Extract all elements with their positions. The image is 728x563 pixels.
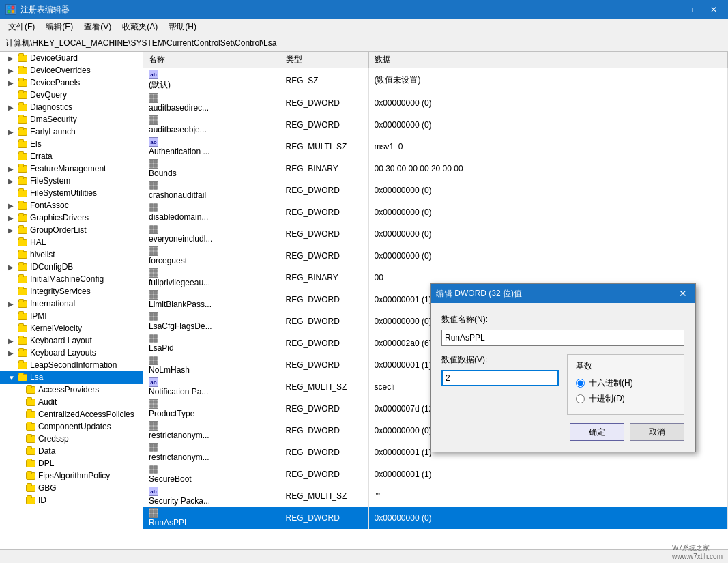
dialog-title-bar: 编辑 DWORD (32 位)值 ✕ xyxy=(431,284,695,303)
watermark: W7系统之家 www.w7xtjh.com xyxy=(672,543,723,560)
hex-radio[interactable] xyxy=(576,379,585,388)
base-group: 基数 十六进制(H) 十进制(D) xyxy=(567,354,684,415)
edit-dword-dialog: 编辑 DWORD (32 位)值 ✕ 数值名称(N): 数值数据(V): 基数 … xyxy=(430,283,696,452)
value-data-section: 数值数据(V): xyxy=(441,354,559,415)
dec-label: 十进制(D) xyxy=(589,393,625,405)
dec-radio[interactable] xyxy=(576,394,585,403)
dialog-row: 数值数据(V): 基数 十六进制(H) 十进制(D) xyxy=(441,354,684,415)
hex-radio-label[interactable]: 十六进制(H) xyxy=(576,377,675,389)
watermark-line2: www.w7xtjh.com xyxy=(672,553,723,560)
value-name-label: 数值名称(N): xyxy=(441,314,684,326)
dialog-overlay: 编辑 DWORD (32 位)值 ✕ 数值名称(N): 数值数据(V): 基数 … xyxy=(0,0,728,563)
dialog-close-button[interactable]: ✕ xyxy=(676,287,690,300)
ok-button[interactable]: 确定 xyxy=(570,423,624,441)
cancel-button[interactable]: 取消 xyxy=(630,423,684,441)
hex-label: 十六进制(H) xyxy=(589,377,633,389)
value-name-input[interactable] xyxy=(441,330,684,346)
base-label: 基数 xyxy=(576,360,675,372)
dialog-body: 数值名称(N): 数值数据(V): 基数 十六进制(H) xyxy=(431,303,695,452)
base-section: 基数 十六进制(H) 十进制(D) xyxy=(567,354,684,415)
dialog-buttons: 确定 取消 xyxy=(441,423,684,441)
value-data-input[interactable] xyxy=(441,370,559,386)
value-data-label: 数值数据(V): xyxy=(441,354,559,366)
dec-radio-label[interactable]: 十进制(D) xyxy=(576,393,675,405)
watermark-line1: W7系统之家 xyxy=(672,543,723,553)
dialog-title: 编辑 DWORD (32 位)值 xyxy=(436,288,522,300)
